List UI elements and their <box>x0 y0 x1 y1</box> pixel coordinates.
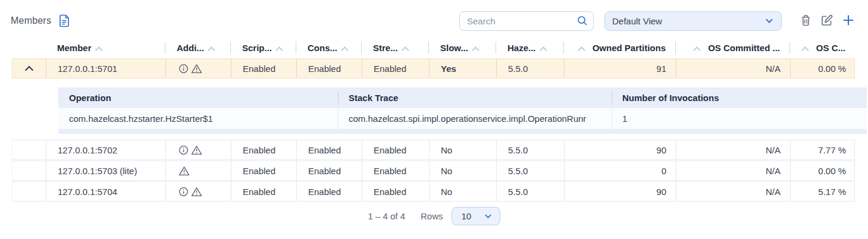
streaming-cell: Enabled <box>362 140 429 159</box>
subtable-header-row: OperationStack TraceNumber of Invocation… <box>58 87 867 108</box>
members-table: MemberAddi...Scrip...Cons...Stre...Slow.… <box>12 37 855 202</box>
member-row[interactable]: 127.0.0.1:5702EnabledEnabledEnabledNo5.5… <box>12 140 855 160</box>
edit-icon <box>820 14 833 29</box>
scripting-cell: Enabled <box>231 182 296 201</box>
additional-info-cell <box>165 140 231 159</box>
expander-cell <box>12 140 46 159</box>
column-header-cons[interactable]: Cons... <box>296 37 361 58</box>
member-address-cell: 127.0.0.1:5701 <box>46 59 165 78</box>
column-header-expander <box>12 37 45 58</box>
column-label: Stre... <box>373 43 398 53</box>
column-label: OS Committed ... <box>708 43 780 53</box>
info-icon[interactable] <box>178 145 189 155</box>
sort-caret-icon <box>540 46 547 54</box>
os-cpu-cell: 0.00 % <box>790 59 856 78</box>
operation-cell: com.hazelcast.hzstarter.HzStarter$1 <box>58 108 338 129</box>
member-address-cell: 127.0.0.1:5702 <box>46 140 165 159</box>
warning-icon[interactable] <box>178 166 190 176</box>
column-label: Haze... <box>507 43 536 53</box>
console-cell: Enabled <box>296 161 362 180</box>
info-icon[interactable] <box>178 187 189 197</box>
expander-cell <box>12 161 46 180</box>
search-icon[interactable] <box>577 15 588 29</box>
owned-partitions-cell: 90 <box>564 140 676 159</box>
search-box <box>459 11 594 31</box>
os-committed-cell: N/A <box>676 59 790 78</box>
sort-caret-icon <box>578 46 585 54</box>
column-label: Owned Partitions <box>593 43 666 53</box>
warning-icon[interactable] <box>191 64 202 74</box>
column-label: Cons... <box>308 43 337 53</box>
member-row[interactable]: 127.0.0.1:5703 (lite)EnabledEnabledEnabl… <box>12 161 855 181</box>
chevron-up-icon <box>25 66 33 74</box>
subtable-column-header: Stack Trace <box>338 87 612 108</box>
owned-partitions-cell: 90 <box>564 182 676 201</box>
column-label: Member <box>57 43 92 53</box>
subtable-footer-strip <box>58 129 867 134</box>
plus-icon <box>842 14 855 29</box>
column-header-haze[interactable]: Haze... <box>496 37 563 58</box>
member-row[interactable]: 127.0.0.1:5701EnabledEnabledEnabledYes5.… <box>12 58 855 78</box>
slow-cell: No <box>429 140 496 159</box>
warning-icon[interactable] <box>191 187 202 197</box>
version-cell: 5.5.0 <box>496 161 564 180</box>
os-committed-cell: N/A <box>676 161 790 180</box>
column-header-os-c[interactable]: OS C... <box>789 37 855 58</box>
column-header-addi[interactable]: Addi... <box>165 37 230 58</box>
collapse-row-button[interactable] <box>12 59 46 78</box>
additional-info-cell <box>165 182 231 201</box>
chevron-down-icon <box>484 212 493 221</box>
owned-partitions-cell: 0 <box>564 161 676 180</box>
column-header-stre[interactable]: Stre... <box>361 37 428 58</box>
rows-per-page-label: Rows <box>421 211 443 221</box>
os-committed-cell: N/A <box>676 182 790 201</box>
view-selector[interactable]: Default View <box>604 11 782 31</box>
sort-caret-icon <box>402 46 409 54</box>
column-header-slow[interactable]: Slow... <box>428 37 496 58</box>
member-address-cell: 127.0.0.1:5704 <box>46 182 165 201</box>
warning-icon[interactable] <box>191 145 202 155</box>
subtable-column-header: Operation <box>58 87 338 108</box>
sort-caret-icon <box>341 46 349 54</box>
rows-per-page-value: 10 <box>462 211 484 221</box>
scripting-cell: Enabled <box>231 59 296 78</box>
subtable-column-header: Number of Invocations <box>612 87 867 108</box>
slow-operations-subtable: OperationStack TraceNumber of Invocation… <box>58 87 867 134</box>
delete-view-button[interactable] <box>798 12 813 30</box>
sort-caret-icon <box>208 46 215 54</box>
slow-cell: Yes <box>429 59 496 78</box>
sort-caret-icon <box>801 46 809 54</box>
expander-cell <box>12 182 46 201</box>
additional-info-cell <box>165 161 231 180</box>
sort-caret-icon <box>275 46 283 54</box>
rows-per-page-select[interactable]: 10 <box>452 207 500 225</box>
column-header-scrip[interactable]: Scrip... <box>230 37 296 58</box>
os-cpu-cell: 0.00 % <box>790 161 856 180</box>
os-cpu-cell: 5.17 % <box>790 182 856 201</box>
console-cell: Enabled <box>296 140 362 159</box>
console-cell: Enabled <box>296 182 362 201</box>
chevron-down-icon <box>764 16 774 26</box>
column-header-member[interactable]: Member <box>45 37 165 58</box>
additional-info-cell <box>165 59 231 78</box>
os-cpu-cell: 7.77 % <box>790 140 856 159</box>
stack-trace-cell: com.hazelcast.spi.impl.operationservice.… <box>338 108 612 129</box>
search-input[interactable] <box>459 11 594 31</box>
scripting-cell: Enabled <box>231 161 296 180</box>
add-view-button[interactable] <box>841 12 856 30</box>
document-icon[interactable] <box>58 14 70 27</box>
edit-view-button[interactable] <box>819 12 835 30</box>
page-title: Members <box>11 15 51 26</box>
sort-caret-icon <box>693 46 701 54</box>
console-cell: Enabled <box>296 59 362 78</box>
scripting-cell: Enabled <box>231 140 296 159</box>
version-cell: 5.5.0 <box>496 182 564 201</box>
members-page: Members Default View <box>0 0 868 239</box>
member-row[interactable]: 127.0.0.1:5704EnabledEnabledEnabledNo5.5… <box>12 181 855 202</box>
page-range: 1 – 4 of 4 <box>368 211 405 221</box>
trash-icon <box>800 14 812 29</box>
column-header-owned-partitions[interactable]: Owned Partitions <box>563 37 675 58</box>
invocations-cell: 1 <box>612 108 867 129</box>
column-header-os-committed[interactable]: OS Committed ... <box>675 37 789 58</box>
info-icon[interactable] <box>178 64 189 74</box>
